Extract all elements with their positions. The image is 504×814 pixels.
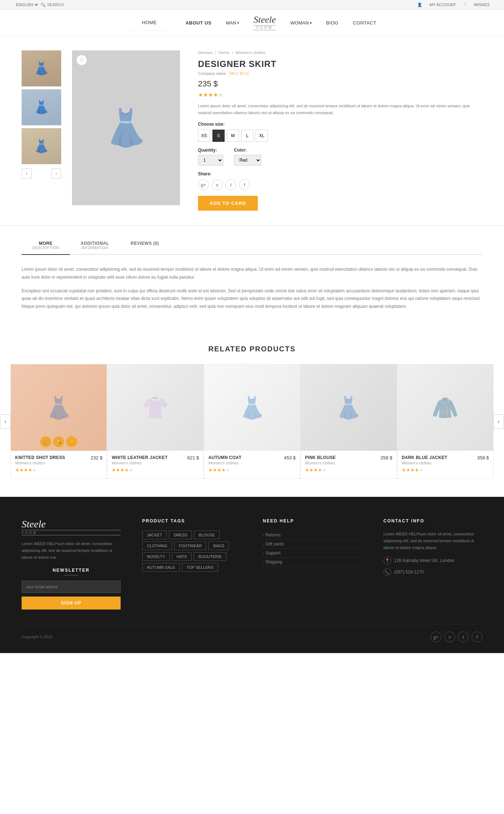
card-body-5: DARK BLUE JACKET Women's clothes 358 $ ★… <box>397 451 493 473</box>
product-card-img-5: 🧥 <box>397 364 493 451</box>
product-price: 235 $ <box>198 79 482 89</box>
tag-footwear[interactable]: FOOTWEAR <box>174 541 207 550</box>
product-card-4: 👗 PINK BLOUSE Women's clothes 258 $ ★★★★… <box>300 364 397 479</box>
card-wish-1[interactable]: ♡ <box>66 436 77 447</box>
help-shipping[interactable]: Shipping <box>263 558 362 567</box>
thumb-prev[interactable]: ‹ <box>22 168 32 179</box>
size-m[interactable]: M <box>227 130 239 142</box>
help-list: Returns Gift cards Support Shipping <box>263 531 362 567</box>
tag-blouse[interactable]: BLOUSE <box>194 531 220 539</box>
footer-logo: Steele FORM <box>22 518 121 535</box>
tag-bags[interactable]: BAGS <box>208 541 229 550</box>
product-meta: Company name SKU: W-11. <box>198 71 482 76</box>
card-stars-4: ★★★★★ <box>305 467 392 473</box>
help-gift-cards[interactable]: Gift cards <box>263 540 362 549</box>
thumb-next[interactable]: › <box>51 168 61 179</box>
top-bar-left: ENGLISH 🔍 <box>14 2 90 7</box>
thumbnail-nav: ‹ › <box>22 167 61 180</box>
share-vimeo[interactable]: v <box>212 179 222 190</box>
search-bar[interactable]: ENGLISH 🔍 <box>14 2 90 7</box>
card-name-4[interactable]: PINK BLOUSE <box>305 455 336 460</box>
card-cat-5: Women's clothes <box>402 461 447 465</box>
tag-hats[interactable]: HATS <box>172 552 192 561</box>
tab-additional-info[interactable]: ADDITIONAL Information <box>70 237 120 255</box>
tab-reviews[interactable]: REVIEWS (0) <box>120 237 170 255</box>
social-twitter[interactable]: t <box>458 631 469 642</box>
size-xs[interactable]: XS <box>198 130 210 142</box>
quantity-select[interactable]: 1 2 3 <box>198 155 223 166</box>
search-icon: 🔍 <box>41 3 46 7</box>
newsletter-label: NEWSLETTER <box>22 568 121 573</box>
wishes-link[interactable]: WISHES <box>474 3 490 7</box>
product-card-img-3: 👗 <box>204 364 300 451</box>
related-products-title: RELATED PRODUCTS <box>0 345 504 353</box>
tag-dress[interactable]: DRESS <box>169 531 192 539</box>
breadcrumb-dresses[interactable]: Dresses <box>198 50 212 55</box>
footer-bottom: Copyright © 2015 g+ v t f <box>22 624 482 642</box>
language-select[interactable]: ENGLISH <box>14 2 39 7</box>
search-input[interactable] <box>47 3 90 7</box>
wishlist-button[interactable]: ♡ <box>76 55 87 66</box>
social-vimeo[interactable]: v <box>444 631 455 642</box>
tab-more-description[interactable]: MORE Description <box>22 237 70 255</box>
wishlist-icon: ♡ <box>463 3 467 7</box>
newsletter-divider <box>64 575 78 576</box>
footer-contact-desc: Lorem iNEED HELPsum dolor sit amet, cons… <box>383 531 482 551</box>
footer-contact-title: CONTACT INFO <box>383 518 482 523</box>
tag-bijouterie[interactable]: BIJOUTERIE <box>194 552 226 561</box>
product-card-2: 👚 WHITE LEATHER JACKET Women's clothes 6… <box>107 364 203 479</box>
tag-autumn-sale[interactable]: AUTUMN SALE <box>142 563 180 572</box>
social-google[interactable]: g+ <box>431 631 441 642</box>
breadcrumb-home[interactable]: Home <box>219 50 229 55</box>
newsletter-input[interactable] <box>22 581 121 593</box>
tag-top-sellers[interactable]: TOP SELLERS <box>182 563 218 572</box>
thumbnail-2[interactable]: 👗 <box>22 89 61 125</box>
card-name-2[interactable]: WHITE LEATHER JACKET <box>112 455 167 460</box>
nav-about[interactable]: ABOUT US <box>185 20 211 26</box>
card-cat-3: Women's clothes <box>208 461 242 465</box>
share-facebook[interactable]: f <box>239 179 250 190</box>
card-name-5[interactable]: DARK BLUE JACKET <box>402 455 447 460</box>
size-s[interactable]: S <box>212 130 225 142</box>
size-l[interactable]: L <box>241 130 253 142</box>
size-xl[interactable]: XL <box>256 130 268 142</box>
share-google[interactable]: g+ <box>198 179 209 190</box>
signup-button[interactable]: SIGN UP <box>22 597 121 610</box>
social-facebook[interactable]: f <box>472 631 482 642</box>
nav-contact[interactable]: CONTACT <box>353 20 376 26</box>
thumbnail-1[interactable]: 👗 <box>22 50 61 86</box>
carousel-next[interactable]: › <box>493 414 504 429</box>
product-card-img-2: 👚 <box>107 364 203 451</box>
card-name-3[interactable]: AUTUMN COAT <box>208 455 242 460</box>
add-to-cart-button[interactable]: Add to card <box>198 196 258 211</box>
color-select[interactable]: Red Blue Green <box>234 155 261 166</box>
tag-clothing[interactable]: CLOTHING <box>142 541 172 550</box>
card-body-2: WHITE LEATHER JACKET Women's clothes 621… <box>107 451 203 473</box>
location-icon: 📍 <box>383 557 391 565</box>
share-twitter[interactable]: t <box>225 179 236 190</box>
card-name-1[interactable]: KNITTED SHOT DRESS <box>15 455 65 460</box>
breadcrumb-womens[interactable]: Women's clothes <box>235 50 265 55</box>
my-account-link[interactable]: MY ACCOUNT <box>429 3 456 7</box>
tag-novelty[interactable]: NOVELTY <box>142 552 170 561</box>
product-main-image: ♡ 👗 <box>72 50 180 205</box>
product-card-5: 🧥 DARK BLUE JACKET Women's clothes 358 $… <box>397 364 494 479</box>
product-card-3: 👗 AUTUMN COAT Women's clothes 453 $ ★★★★… <box>204 364 300 479</box>
related-products-section: RELATED PRODUCTS ‹ 👗 🛒 🔍 ♡ KNITTED SHOT … <box>0 334 504 497</box>
description-para-2: Excepteur sint occaecat cupidatat non pr… <box>22 287 482 311</box>
tag-jacket[interactable]: JACKET <box>142 531 167 539</box>
description-section: Lorem ipsum dolor sit amet, consectetur … <box>0 255 504 334</box>
product-card-img-1: 👗 🛒 🔍 ♡ <box>11 364 107 451</box>
top-bar-right: 👤 MY ACCOUNT ♡ WISHES <box>417 3 490 7</box>
nav-blog[interactable]: BIOG <box>326 20 339 26</box>
nav-man[interactable]: MAN <box>226 20 239 26</box>
nav-home[interactable]: HOME <box>127 15 171 31</box>
help-support[interactable]: Support <box>263 549 362 558</box>
carousel-prev[interactable]: ‹ <box>0 414 11 429</box>
thumbnail-3[interactable]: 👗 <box>22 128 61 164</box>
nav-woman[interactable]: WOMAN <box>290 20 311 26</box>
card-search-1[interactable]: 🔍 <box>53 436 64 447</box>
contact-address: 📍 126 Kamaby street UK, London <box>383 557 482 565</box>
help-returns[interactable]: Returns <box>263 531 362 540</box>
card-cart-1[interactable]: 🛒 <box>40 436 51 447</box>
